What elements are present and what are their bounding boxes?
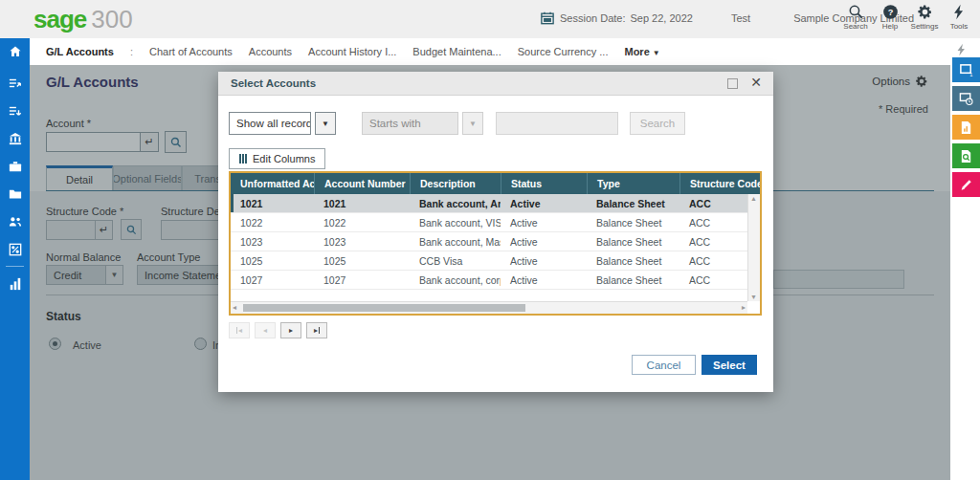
open-windows-tile[interactable]: 1 bbox=[952, 57, 980, 82]
sidebar-item-batch-list[interactable] bbox=[0, 97, 30, 124]
lightning-icon bbox=[951, 4, 968, 20]
dialog-title: Select Accounts bbox=[231, 77, 316, 89]
column-header-status[interactable]: Status bbox=[501, 173, 587, 194]
column-header-account-number[interactable]: Account Number bbox=[314, 173, 410, 194]
cell-type: Balance Sheet bbox=[587, 213, 679, 231]
cell-status: Active bbox=[501, 251, 587, 270]
cell-unformatted-account: 1027 bbox=[231, 271, 314, 289]
cell-status: Active bbox=[501, 271, 587, 289]
session-date-label: Session Date: bbox=[560, 12, 625, 24]
close-icon[interactable]: ✕ bbox=[750, 75, 762, 90]
home-button[interactable] bbox=[0, 38, 30, 65]
cell-description: Bank account, corp... bbox=[410, 271, 501, 289]
nav-item-accounts[interactable]: Accounts bbox=[249, 46, 292, 57]
sage300-logo: sage300 bbox=[33, 5, 133, 34]
settings-button[interactable]: Settings bbox=[907, 4, 942, 31]
right-tile-strip: 1 bbox=[950, 57, 980, 201]
cell-account-number: 1022 bbox=[314, 213, 410, 231]
sidebar-item-bank[interactable] bbox=[0, 124, 30, 152]
inquiry-tile[interactable] bbox=[952, 143, 980, 168]
chevron-down-icon[interactable]: ▼ bbox=[315, 112, 336, 135]
columns-icon bbox=[239, 154, 247, 164]
help-icon: ? bbox=[882, 4, 899, 20]
accounts-grid-header: Unformatted Acco... Account Number Descr… bbox=[231, 173, 760, 194]
column-header-description[interactable]: Description bbox=[410, 173, 501, 194]
cell-account-number: 1027 bbox=[314, 271, 410, 289]
nav-item-chart-of-accounts[interactable]: Chart of Accounts bbox=[149, 46, 233, 57]
cell-unformatted-account: 1023 bbox=[231, 232, 314, 251]
cell-type: Balance Sheet bbox=[587, 251, 679, 270]
column-header-type[interactable]: Type bbox=[587, 173, 679, 194]
scrollbar-thumb[interactable] bbox=[243, 304, 525, 312]
previous-page-button[interactable]: ◂ bbox=[255, 322, 276, 338]
settings-label: Settings bbox=[911, 22, 939, 31]
table-row[interactable]: 1022 1022 Bank account, VISA Active Bala… bbox=[231, 213, 760, 232]
sidebar-item-users[interactable] bbox=[0, 207, 30, 235]
first-page-button[interactable]: ◂ bbox=[229, 322, 250, 338]
reports-tile[interactable] bbox=[952, 115, 980, 140]
calendar-icon bbox=[541, 11, 554, 25]
search-button[interactable]: Search bbox=[630, 112, 685, 135]
tools-button[interactable]: Tools bbox=[942, 4, 976, 31]
column-header-unformatted-account[interactable]: Unformatted Acco... bbox=[231, 173, 314, 194]
sidebar-item-briefcase[interactable] bbox=[0, 152, 30, 180]
sidebar-item-folder[interactable] bbox=[0, 180, 30, 207]
user-name[interactable]: Test bbox=[731, 12, 750, 24]
last-page-button[interactable]: ▸ bbox=[306, 322, 327, 338]
scroll-down-icon[interactable]: ▼ bbox=[750, 294, 757, 300]
svg-text:?: ? bbox=[887, 8, 893, 17]
maximize-icon[interactable] bbox=[727, 78, 738, 89]
cell-type: Balance Sheet bbox=[587, 232, 679, 251]
sage300-app: sage300 Session Date: Sep 22, 2022 Test … bbox=[0, 0, 980, 480]
dialog-titlebar[interactable]: Select Accounts ✕ bbox=[218, 72, 773, 96]
breadcrumb-bar: G/L Accounts : Chart of Accounts Account… bbox=[0, 38, 980, 65]
cell-unformatted-account: 1025 bbox=[231, 251, 314, 270]
sidebar-item-tax-services[interactable] bbox=[0, 235, 30, 263]
condition-select[interactable]: Starts with▼ bbox=[362, 112, 483, 135]
cell-account-number: 1023 bbox=[314, 232, 410, 251]
chevron-down-icon: ▼ bbox=[462, 112, 483, 135]
table-row[interactable]: 1023 1023 Bank account, Mast... Active B… bbox=[231, 232, 760, 251]
search-text-input[interactable] bbox=[496, 112, 618, 135]
nav-item-account-history[interactable]: Account History I... bbox=[308, 46, 396, 57]
accounts-table-rows: 1021 1021 Bank account, Am... Active Bal… bbox=[231, 194, 760, 290]
scroll-left-icon[interactable]: ◂ bbox=[233, 303, 236, 312]
app-header: sage300 Session Date: Sep 22, 2022 Test … bbox=[0, 0, 980, 38]
cell-unformatted-account: 1021 bbox=[231, 194, 314, 212]
scroll-right-icon[interactable]: ▸ bbox=[742, 303, 746, 312]
pagination: ◂ ◂ ▸ ▸ bbox=[229, 322, 327, 338]
cell-type: Balance Sheet bbox=[587, 194, 679, 212]
table-row[interactable]: 1025 1025 CCB Visa Active Balance Sheet … bbox=[231, 251, 760, 271]
next-page-button[interactable]: ▸ bbox=[280, 322, 301, 338]
customize-tile[interactable] bbox=[952, 172, 980, 197]
cell-status: Active bbox=[501, 232, 587, 251]
help-label: Help bbox=[882, 22, 898, 31]
chevron-down-icon: ▼ bbox=[653, 49, 660, 57]
edit-columns-button[interactable]: Edit Columns bbox=[229, 148, 325, 169]
help-button[interactable]: ? Help bbox=[873, 4, 907, 31]
table-row[interactable]: 1021 1021 Bank account, Am... Active Bal… bbox=[231, 194, 760, 213]
cell-status: Active bbox=[501, 194, 587, 212]
nav-active-item[interactable]: G/L Accounts bbox=[46, 46, 114, 57]
record-filter-select[interactable]: Show all records▼ bbox=[229, 112, 336, 135]
cell-description: Bank account, VISA bbox=[410, 213, 501, 231]
select-button[interactable]: Select bbox=[702, 355, 757, 375]
sidebar-item-gl-journal[interactable] bbox=[0, 69, 30, 97]
nav-more-menu[interactable]: More ▼ bbox=[624, 46, 659, 57]
nav-item-budget-maintenance[interactable]: Budget Maintena... bbox=[412, 46, 501, 57]
cell-description: CCB Visa bbox=[410, 251, 501, 270]
vertical-scrollbar[interactable]: ▲ ▼ bbox=[747, 194, 760, 301]
cell-account-number: 1025 bbox=[314, 251, 410, 270]
logo-sage-text: sage bbox=[33, 5, 86, 33]
scroll-up-icon[interactable]: ▲ bbox=[750, 195, 757, 202]
column-header-structure-code[interactable]: Structure Code bbox=[679, 173, 760, 194]
search-button[interactable]: Search bbox=[838, 4, 873, 31]
table-row[interactable]: 1027 1027 Bank account, corp... Active B… bbox=[231, 271, 760, 290]
logo-300-text: 300 bbox=[91, 5, 132, 33]
nav-item-source-currency[interactable]: Source Currency ... bbox=[518, 46, 609, 57]
horizontal-scrollbar[interactable]: ◂ ▸ bbox=[231, 301, 747, 314]
cell-status: Active bbox=[501, 213, 587, 231]
cancel-button[interactable]: Cancel bbox=[632, 355, 696, 375]
recent-windows-tile[interactable] bbox=[952, 86, 980, 111]
sidebar-item-reports[interactable] bbox=[0, 270, 30, 297]
